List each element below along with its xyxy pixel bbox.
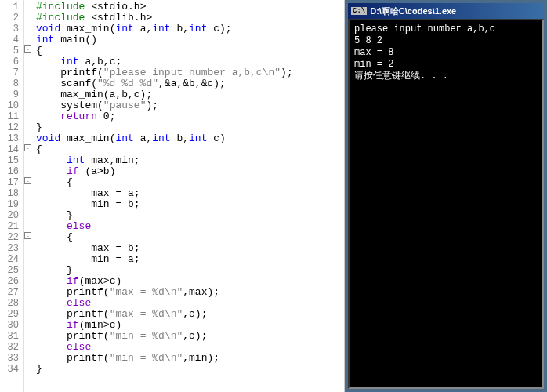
fold-row <box>24 362 33 373</box>
console-line: 请按任意键继续. . . <box>354 71 538 82</box>
fold-toggle-icon[interactable]: - <box>24 177 31 184</box>
code-line[interactable]: max_min(a,b,c); <box>36 89 341 100</box>
fold-row <box>24 187 33 198</box>
line-number: 8 <box>2 78 19 89</box>
code-line[interactable]: int a,b,c; <box>36 56 341 67</box>
fold-row <box>24 99 33 110</box>
fold-row: - <box>24 230 33 241</box>
line-number: 20 <box>2 210 19 221</box>
fold-toggle-icon[interactable]: - <box>24 45 31 53</box>
code-line[interactable]: printf("min = %d\n",c); <box>36 331 341 342</box>
code-line[interactable]: min = a; <box>36 254 341 265</box>
code-line[interactable]: int main() <box>36 34 341 45</box>
fold-row <box>24 198 33 209</box>
code-line[interactable]: void max_min(int a,int b,int c) <box>36 133 341 144</box>
fold-row <box>24 209 33 220</box>
fold-row <box>24 22 33 33</box>
code-line[interactable]: if(max>c) <box>36 276 341 287</box>
line-number: 4 <box>2 34 19 45</box>
fold-row <box>24 307 33 318</box>
fold-row <box>24 0 33 11</box>
fold-row <box>24 296 33 307</box>
line-number: 25 <box>2 265 19 276</box>
code-line[interactable]: else <box>36 298 341 309</box>
fold-row <box>24 285 33 296</box>
fold-toggle-icon[interactable]: - <box>24 144 31 151</box>
line-number: 3 <box>2 24 19 34</box>
code-line[interactable]: { <box>36 177 341 188</box>
line-number: 2 <box>2 13 19 24</box>
code-line[interactable]: void max_min(int a,int b,int c); <box>36 24 341 34</box>
code-line[interactable]: } <box>36 364 341 375</box>
code-line[interactable]: int max,min; <box>36 155 341 166</box>
line-number: 7 <box>2 67 19 78</box>
code-line[interactable]: scanf("%d %d %d",&a,&b,&c); <box>36 78 341 89</box>
line-number: 14 <box>2 144 19 155</box>
fold-row <box>24 318 33 329</box>
code-line[interactable]: printf("max = %d\n",c); <box>36 309 341 320</box>
code-line[interactable]: printf("max = %d\n",max); <box>36 287 341 298</box>
code-line[interactable]: #include <stdio.h> <box>36 2 341 13</box>
console-line: max = 8 <box>354 47 538 59</box>
line-number: 6 <box>2 56 19 67</box>
code-line[interactable]: } <box>36 122 341 133</box>
line-number: 1 <box>2 2 19 13</box>
code-line[interactable]: if(min>c) <box>36 320 341 331</box>
fold-row <box>24 329 33 340</box>
code-editor[interactable]: 1234567891011121314151617181920212223242… <box>0 0 345 392</box>
code-line[interactable]: { <box>36 144 341 155</box>
line-number: 23 <box>2 243 19 254</box>
line-number: 15 <box>2 155 19 166</box>
fold-row <box>24 241 33 252</box>
fold-row <box>24 154 33 165</box>
code-line[interactable]: return 0; <box>36 111 341 122</box>
line-number: 30 <box>2 320 19 331</box>
line-number: 32 <box>2 342 19 353</box>
code-line[interactable]: } <box>36 210 341 221</box>
line-number: 17 <box>2 177 19 188</box>
code-line[interactable]: system("pause"); <box>36 100 341 111</box>
fold-row <box>24 165 33 176</box>
fold-row <box>24 252 33 263</box>
fold-row <box>24 121 33 132</box>
fold-row <box>24 55 33 66</box>
line-number: 34 <box>2 364 19 375</box>
fold-row: - <box>24 143 33 154</box>
fold-row <box>24 11 33 22</box>
console-window: C:\ D:\啊哈C\codes\1.exe please input numb… <box>345 0 547 392</box>
line-number: 18 <box>2 188 19 199</box>
fold-row <box>24 351 33 362</box>
fold-row <box>24 340 33 351</box>
line-number: 19 <box>2 199 19 210</box>
line-number: 27 <box>2 287 19 298</box>
line-number: 24 <box>2 254 19 265</box>
code-area[interactable]: #include <stdio.h>#include <stdlib.h>voi… <box>33 0 344 392</box>
code-line[interactable]: max = b; <box>36 243 341 254</box>
line-number: 26 <box>2 276 19 287</box>
code-line[interactable]: printf("min = %d\n",min); <box>36 353 341 364</box>
fold-row <box>24 77 33 88</box>
fold-row <box>24 66 33 77</box>
line-number: 11 <box>2 111 19 122</box>
console-output[interactable]: please input number a,b,c5 8 2max = 8min… <box>348 19 544 389</box>
console-titlebar[interactable]: C:\ D:\啊哈C\codes\1.exe <box>348 3 544 19</box>
code-line[interactable]: { <box>36 45 341 56</box>
fold-column: ---- <box>24 0 33 392</box>
fold-row: - <box>24 176 33 187</box>
fold-toggle-icon[interactable]: - <box>24 232 31 239</box>
line-number: 12 <box>2 122 19 133</box>
fold-row <box>24 110 33 121</box>
fold-row <box>24 33 33 44</box>
code-line[interactable]: max = a; <box>36 188 341 199</box>
code-line[interactable]: } <box>36 265 341 276</box>
code-line[interactable]: { <box>36 232 341 243</box>
code-line[interactable]: else <box>36 221 341 232</box>
fold-row <box>24 88 33 99</box>
code-line[interactable]: printf("please input number a,b,c\n"); <box>36 67 341 78</box>
line-number: 16 <box>2 166 19 177</box>
code-line[interactable]: #include <stdlib.h> <box>36 13 341 24</box>
code-line[interactable]: min = b; <box>36 199 341 210</box>
fold-row: - <box>24 44 33 55</box>
code-line[interactable]: if (a>b) <box>36 166 341 177</box>
code-line[interactable]: else <box>36 342 341 353</box>
